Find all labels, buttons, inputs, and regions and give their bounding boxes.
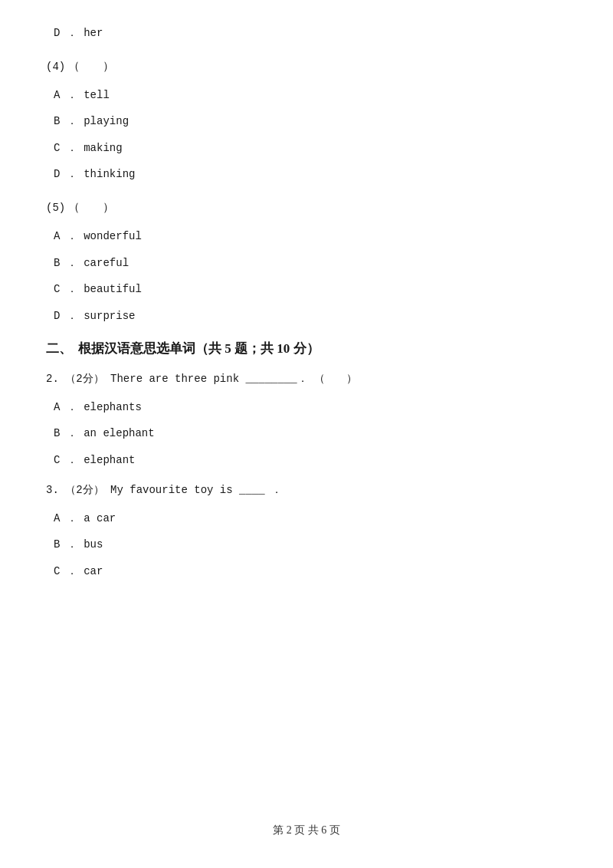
choice-label: B ． — [54, 538, 77, 551]
question-2: 2. （2分） There are three pink ________． （… — [46, 370, 567, 389]
q2-answer: （ ） — [314, 373, 357, 385]
section-2-description: 根据汉语意思选单词（共 5 题；共 10 分） — [78, 340, 320, 357]
choice-text: a car — [84, 512, 116, 524]
choice-5c: C ． beautiful — [46, 279, 567, 300]
choice-text: elephants — [84, 401, 142, 413]
choice-text: car — [84, 565, 103, 577]
q2-number: 2. — [46, 373, 59, 385]
choice-label: D ． — [54, 27, 77, 39]
choice-text: tell — [84, 89, 110, 101]
q2-score: （2分） — [65, 373, 103, 385]
q3-score: （2分） — [65, 484, 103, 496]
choice-text: careful — [84, 257, 129, 269]
choice-text: playing — [84, 115, 129, 127]
choice-4a: A ． tell — [46, 85, 567, 106]
q3-number: 3. — [46, 484, 59, 496]
choice-text: bus — [84, 538, 103, 551]
choice-label: C ． — [54, 454, 77, 466]
question-4-blank: （ ） — [68, 61, 114, 74]
choice-label: C ． — [54, 565, 77, 577]
choice-text: her — [84, 27, 103, 39]
choice-text: an elephant — [84, 427, 154, 439]
page-footer: 第 2 页 共 6 页 — [0, 824, 613, 837]
choice-label: C ． — [54, 283, 77, 295]
footer-text: 第 2 页 共 6 页 — [273, 824, 340, 836]
choice-text: surprise — [84, 310, 135, 322]
choice-text: making — [84, 142, 122, 154]
section-2-number: 二、 — [46, 340, 72, 357]
choice-2a: A ． elephants — [46, 397, 567, 418]
choice-3c: C ． car — [46, 561, 567, 582]
q3-text: My favourite toy is — [110, 484, 233, 496]
question-5-blank: （ ） — [68, 202, 114, 215]
choice-label: B ． — [54, 115, 77, 127]
choice-text: thinking — [84, 168, 135, 180]
choice-2b: B ． an elephant — [46, 423, 567, 444]
choice-d-her: D ． her — [46, 23, 567, 44]
choice-label: A ． — [54, 401, 77, 413]
section-2-header: 二、 根据汉语意思选单词（共 5 题；共 10 分） — [46, 340, 567, 357]
choice-label: B ． — [54, 257, 77, 269]
choice-text: elephant — [84, 454, 135, 466]
question-4-label: (4) （ ） — [46, 56, 567, 77]
question-5-number: (5) — [46, 202, 65, 214]
question-4-number: (4) — [46, 61, 65, 73]
choice-2c: C ． elephant — [46, 450, 567, 471]
choice-label: B ． — [54, 427, 77, 439]
choice-label: D ． — [54, 168, 77, 180]
choice-label: D ． — [54, 310, 77, 322]
choice-4c: C ． making — [46, 138, 567, 159]
q3-blank: ____ ． — [239, 484, 282, 496]
choice-label: C ． — [54, 142, 77, 154]
choice-5d: D ． surprise — [46, 306, 567, 327]
question-5-label: (5) （ ） — [46, 197, 567, 219]
question-3: 3. （2分） My favourite toy is ____ ． — [46, 481, 567, 500]
choice-3a: A ． a car — [46, 508, 567, 529]
choice-label: A ． — [54, 512, 77, 524]
choice-3b: B ． bus — [46, 534, 567, 555]
choice-4b: B ． playing — [46, 111, 567, 132]
q2-blank: ________． — [245, 373, 307, 385]
choice-4d: D ． thinking — [46, 164, 567, 185]
choice-5b: B ． careful — [46, 253, 567, 274]
choice-label: A ． — [54, 89, 77, 101]
choice-text: wonderful — [84, 230, 142, 242]
choice-text: beautiful — [84, 283, 142, 295]
q2-text: There are three pink — [110, 373, 239, 385]
choice-label: A ． — [54, 230, 77, 242]
choice-5a: A ． wonderful — [46, 226, 567, 247]
